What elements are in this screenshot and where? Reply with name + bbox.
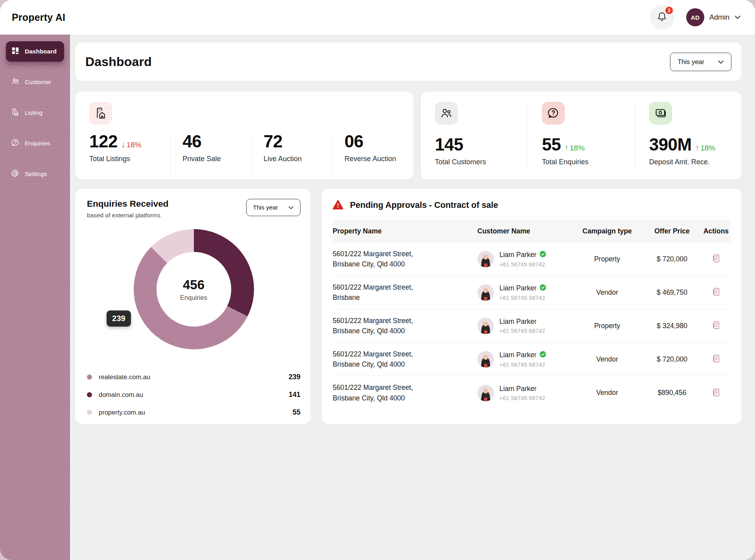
donut-total: 456 — [183, 277, 204, 292]
customer-cell: Liam Parker +61 56745 68742 — [477, 251, 572, 268]
chevron-down-icon — [288, 204, 294, 211]
customer-name: Liam Parker — [499, 385, 536, 393]
chevron-down-icon — [718, 58, 724, 66]
customer-phone: +61 56745 68742 — [499, 295, 546, 301]
donut-total-label: Enquiries — [180, 294, 207, 301]
customer-avatar — [477, 251, 494, 267]
verified-icon — [540, 251, 546, 259]
stat-label: Total Customers — [435, 158, 527, 166]
user-menu[interactable]: AD Admin — [686, 8, 741, 26]
stat-total-customers: 145 Total Customers — [421, 102, 527, 169]
offer-price: $ 720,000 — [643, 355, 702, 364]
sidebar-item-enquiries[interactable]: Enquiries — [6, 133, 64, 154]
property-name: 5601/222 Margaret Street,Brisbane — [333, 282, 477, 303]
sidebar-item-listing[interactable]: Listing — [6, 103, 64, 123]
period-select-value: This year — [678, 58, 704, 66]
property-name: 5601/222 Margaret Street,Brisbane City, … — [333, 349, 477, 370]
building-home-icon — [11, 108, 20, 118]
arrow-up-icon: ↑ — [564, 143, 569, 152]
column-header: Customer Name — [477, 227, 572, 235]
sidebar-item-label: Customer — [25, 79, 51, 86]
pending-approvals-card: Pending Approvals - Contract of sale Pro… — [322, 189, 742, 424]
offer-price: $890,456 — [643, 389, 702, 397]
column-header: Campaign type — [572, 227, 643, 235]
offer-price: $ 720,000 — [643, 255, 702, 263]
verified-icon — [540, 351, 546, 360]
customer-name: Liam Parker — [499, 284, 536, 292]
document-icon — [711, 387, 721, 398]
notifications-button[interactable]: 3 — [650, 5, 674, 29]
stat-private-sale: 46 Private Sale — [170, 132, 251, 178]
campaign-type: Vendor — [572, 355, 643, 364]
chart-period-select[interactable]: This year — [246, 199, 300, 216]
stat-label: Reverse Auction — [344, 155, 413, 163]
table-row: 5601/222 Margaret Street,Brisbane City, … — [333, 343, 731, 376]
property-name: 5601/222 Margaret Street,Brisbane City, … — [333, 316, 477, 336]
chart-tooltip: 239 — [107, 310, 131, 327]
property-name: 5601/222 Margaret Street,Brisbane City, … — [333, 382, 477, 403]
enquiries-received-card: Enquiries Received based of external pla… — [75, 189, 311, 424]
stat-value: 145 — [435, 135, 463, 154]
page-title: Dashboard — [85, 55, 152, 69]
stat-total-enquiries: 55 ↑18% Total Enquiries — [527, 102, 634, 169]
legend-label: domain.com.au — [99, 391, 143, 398]
arrow-down-icon: ↓ — [121, 140, 125, 149]
customers-stats-card: 145 Total Customers 55 ↑18% Total Enqu — [421, 92, 742, 180]
cash-icon-tile — [649, 102, 672, 125]
customer-avatar — [477, 318, 494, 334]
stat-value: 46 — [182, 132, 201, 151]
contract-document-button[interactable] — [702, 320, 731, 331]
page-header: Dashboard This year — [75, 42, 742, 81]
sidebar-item-settings[interactable]: Settings — [6, 164, 64, 184]
topbar: Property AI 3 AD Admin — [0, 0, 755, 35]
sidebar-item-dashboard[interactable]: Dashboard — [6, 41, 64, 62]
customer-name: Liam Parker — [499, 351, 536, 359]
chart-period-value: This year — [253, 204, 278, 211]
column-header: Property Name — [333, 227, 477, 235]
column-header: Actions — [702, 227, 731, 235]
customer-name: Liam Parker — [499, 318, 536, 326]
customer-phone: +61 56745 68742 — [499, 395, 545, 401]
notification-count-badge: 3 — [665, 6, 674, 15]
verified-icon — [540, 284, 546, 293]
contract-document-button[interactable] — [702, 253, 731, 264]
chart-subtitle: based of external platforms — [87, 212, 169, 219]
stat-label: Deposit Amt. Rece. — [649, 158, 742, 166]
contract-document-button[interactable] — [702, 387, 731, 398]
customer-avatar — [477, 385, 494, 401]
stat-reverse-auction: 06 Reverse Auction — [332, 132, 413, 178]
legend-value: 141 — [289, 391, 300, 399]
chart-title: Enquiries Received — [87, 199, 169, 209]
stat-value: 72 — [263, 132, 282, 151]
stat-total-listings: 122 ↓18% Total Listings — [75, 132, 170, 178]
contract-document-button[interactable] — [702, 354, 731, 365]
stat-value: 06 — [344, 132, 363, 151]
dashboard-icon — [11, 46, 20, 57]
question-bubble-icon — [11, 138, 20, 149]
sidebar-item-customer[interactable]: Customer — [6, 72, 64, 92]
users-icon — [11, 77, 20, 87]
customer-phone: +61 56745 68742 — [499, 328, 545, 334]
table-row: 5601/222 Margaret Street,Brisbane City, … — [333, 309, 731, 343]
arrow-up-icon: ↑ — [695, 143, 700, 152]
period-select[interactable]: This year — [670, 53, 731, 71]
building-home-icon — [94, 106, 107, 120]
users-icon-tile — [435, 102, 458, 125]
stat-label: Live Auction — [263, 155, 332, 163]
stats-row: 122 ↓18% Total Listings 46 Private Sale … — [75, 92, 742, 180]
legend-label: property.com.au — [99, 409, 145, 416]
chart-legend: realestate.com.au 239 domain.com.au 141 … — [87, 368, 300, 421]
banknote-icon — [654, 106, 667, 120]
enquiries-icon-tile — [542, 102, 565, 125]
customer-cell: Liam Parker +61 56745 68742 — [477, 318, 572, 334]
stat-live-auction: 72 Live Auction — [251, 132, 332, 178]
contract-document-button[interactable] — [702, 287, 731, 298]
question-bubble-icon — [547, 106, 560, 120]
stat-value: 390M — [649, 135, 692, 154]
document-icon — [711, 354, 721, 365]
table-title: Pending Approvals - Contract of sale — [350, 200, 498, 210]
stat-value: 122 — [89, 132, 118, 151]
warning-icon — [333, 200, 343, 211]
campaign-type: Vendor — [572, 288, 643, 297]
property-ai-app: Property AI 3 AD Admin — [0, 0, 755, 560]
